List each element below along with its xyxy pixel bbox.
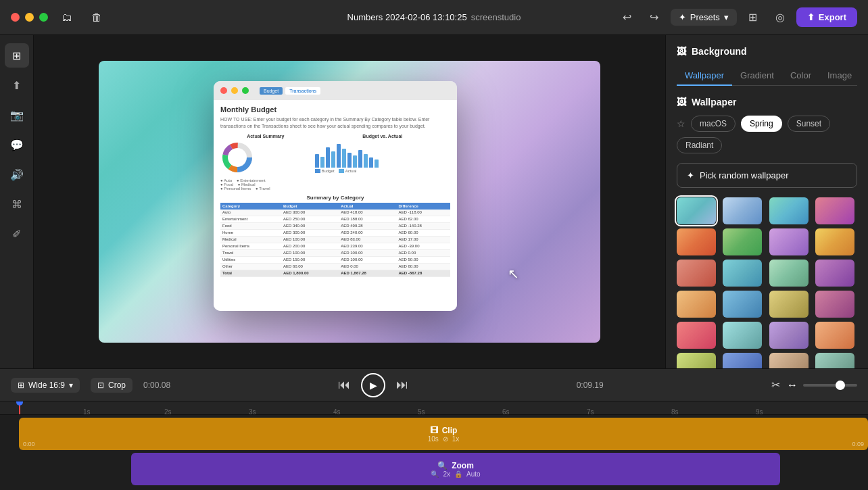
wallpaper-thumb-6[interactable] <box>723 228 762 255</box>
bar-10 <box>364 154 368 168</box>
background-section-title: 🖼 Background <box>677 46 857 57</box>
wallpaper-thumb-13[interactable] <box>677 291 716 318</box>
aspect-selector[interactable]: ⊞ Wide 16:9 ▾ <box>11 378 80 393</box>
maximize-button[interactable] <box>39 13 48 22</box>
actual-summary-chart: Actual Summary ● Auto ● Entertainm <box>220 134 311 191</box>
titlebar-actions: ↩ ↪ ✦ Presets ▾ ⊞ ◎ ⬆ Export <box>617 7 857 28</box>
bar-11 <box>369 157 373 168</box>
zoom-slider-thumb[interactable] <box>836 381 845 390</box>
delete-button[interactable]: 🗑 <box>86 7 107 28</box>
ruler-7s: 7s <box>587 408 594 416</box>
shortcut-tool-button[interactable]: ⌘ <box>5 192 29 216</box>
titlebar: 🗂 🗑 Numbers 2024-02-06 13:10:25 screenst… <box>0 0 868 35</box>
app-min-dot <box>231 87 238 94</box>
settings-button[interactable]: ◎ <box>769 7 791 28</box>
zoom-track[interactable]: 🔍 Zoom 🔍 2x 🔒 Auto <box>131 453 780 485</box>
presets-label: Presets <box>690 12 720 22</box>
minimize-button[interactable] <box>25 13 34 22</box>
bar-12 <box>375 160 379 168</box>
tab-image[interactable]: Image <box>819 66 860 86</box>
playhead[interactable] <box>19 401 20 414</box>
filter-macos[interactable]: macOS <box>691 116 736 132</box>
table-row: MedicalAED 100.00AED 83.00AED 17.00 <box>220 236 450 243</box>
annotation-tool-button[interactable]: ✐ <box>5 222 29 246</box>
wallpaper-thumb-10[interactable] <box>723 260 762 287</box>
table-total-row: TotalAED 1,800.00AED 1,867.28AED -867.28 <box>220 270 450 276</box>
redo-button[interactable]: ↪ <box>644 7 665 28</box>
wallpaper-thumb-3[interactable] <box>769 197 809 224</box>
app-window-tabs: Budget Transactions <box>260 87 320 95</box>
wallpaper-thumb-18[interactable] <box>723 322 762 349</box>
app-max-dot <box>242 87 249 94</box>
wallpaper-thumb-11[interactable] <box>769 260 809 287</box>
clip-track-sublabel: 10s ⊘ 1x <box>428 435 460 443</box>
total-time: 0:09.19 <box>577 381 604 390</box>
wallpaper-thumb-1[interactable] <box>677 197 716 224</box>
clip-track[interactable]: 🎞 Clip 10s ⊘ 1x 0:00 0:09 <box>19 418 868 450</box>
wallpaper-thumb-21[interactable] <box>677 353 716 368</box>
aspect-label: Wide 16:9 <box>28 381 65 390</box>
wallpaper-thumb-14[interactable] <box>723 291 762 318</box>
presets-button[interactable]: ✦ Presets ▾ <box>671 9 737 26</box>
clip-duration: 10s <box>428 435 439 443</box>
wallpaper-thumb-15[interactable] <box>769 291 809 318</box>
ruler-6s: 6s <box>502 408 510 416</box>
zoom-slider[interactable] <box>803 384 857 387</box>
skip-back-button[interactable]: ⏮ <box>338 378 350 392</box>
window-title: Numbers 2024-02-06 13:10:25 screenstudio <box>347 12 521 22</box>
summary-table-title: Summary by Category <box>220 195 450 201</box>
wallpaper-thumb-20[interactable] <box>815 322 854 349</box>
ruler-9s: 9s <box>756 408 763 416</box>
filter-spring[interactable]: Spring <box>741 116 782 132</box>
tab-wallpaper[interactable]: Wallpaper <box>677 66 732 86</box>
close-button[interactable] <box>11 13 20 22</box>
cursor-tool-button[interactable]: ⬆ <box>5 73 29 97</box>
wallpaper-thumb-7[interactable] <box>769 228 809 255</box>
wallpaper-thumb-16[interactable] <box>815 291 854 318</box>
export-button[interactable]: ⬆ Export <box>796 7 857 27</box>
wallpaper-thumb-12[interactable] <box>815 260 854 287</box>
comment-tool-button[interactable]: 💬 <box>5 132 29 157</box>
table-row: OtherAED 60.00AED 0.00AED 60.00 <box>220 263 450 270</box>
timeline-tracks: 🎞 Clip 10s ⊘ 1x 0:00 0:09 🔍 Zoom 🔍 <box>0 415 868 488</box>
select-tool-button[interactable]: ⊞ <box>5 43 29 68</box>
chevron-down-icon: ▾ <box>69 381 73 390</box>
wallpaper-thumb-24[interactable] <box>815 353 854 368</box>
col-budget: Budget <box>281 203 339 210</box>
table-row: TravelAED 100.00AED 100.00AED 0.00 <box>220 249 450 256</box>
skip-forward-button[interactable]: ⏭ <box>396 378 408 392</box>
wallpaper-title: 🖼 Wallpaper <box>677 97 857 107</box>
tab-gradient[interactable]: Gradient <box>732 66 782 86</box>
speed-controls: ✂ ↔ <box>771 378 857 391</box>
ruler-4s: 4s <box>333 408 341 416</box>
undo-button[interactable]: ↩ <box>617 7 638 28</box>
layout-button[interactable]: ⊞ <box>742 7 764 28</box>
arrow-left-icon: ↔ <box>787 379 798 391</box>
wallpaper-thumb-19[interactable] <box>769 322 809 349</box>
zoom-slider-container: ↔ <box>787 379 857 391</box>
app-window-content: Monthly Budget HOW TO USE: Enter your bu… <box>214 100 457 311</box>
crop-label: Crop <box>108 381 126 390</box>
audio-tool-button[interactable]: 🔊 <box>5 162 29 187</box>
pick-random-button[interactable]: ✦ Pick random wallpaper <box>677 163 857 188</box>
wallpaper-thumb-4[interactable] <box>815 197 854 224</box>
wallpaper-thumb-22[interactable] <box>723 353 762 368</box>
aspect-icon: ⊞ <box>18 381 24 390</box>
wallpaper-thumb-5[interactable] <box>677 228 716 255</box>
filter-sunset[interactable]: Sunset <box>788 116 830 132</box>
wallpaper-thumb-23[interactable] <box>769 353 809 368</box>
scissors-button[interactable]: ✂ <box>771 378 780 391</box>
play-button[interactable]: ▶ <box>361 373 385 397</box>
bar-3 <box>326 147 330 168</box>
wallpaper-thumb-2[interactable] <box>723 197 762 224</box>
wallpaper-thumb-9[interactable] <box>677 260 716 287</box>
wallpaper-thumb-17[interactable] <box>677 322 716 349</box>
open-file-button[interactable]: 🗂 <box>56 7 78 28</box>
filter-radiant[interactable]: Radiant <box>677 137 722 153</box>
zoom-track-label: 🔍 Zoom <box>437 461 474 470</box>
camera-tool-button[interactable]: 📷 <box>5 103 29 127</box>
tab-color[interactable]: Color <box>782 66 819 86</box>
wallpaper-thumb-8[interactable] <box>815 228 854 255</box>
crop-button[interactable]: ⊡ Crop <box>91 378 132 393</box>
cursor-arrow: ↖ <box>508 266 519 282</box>
